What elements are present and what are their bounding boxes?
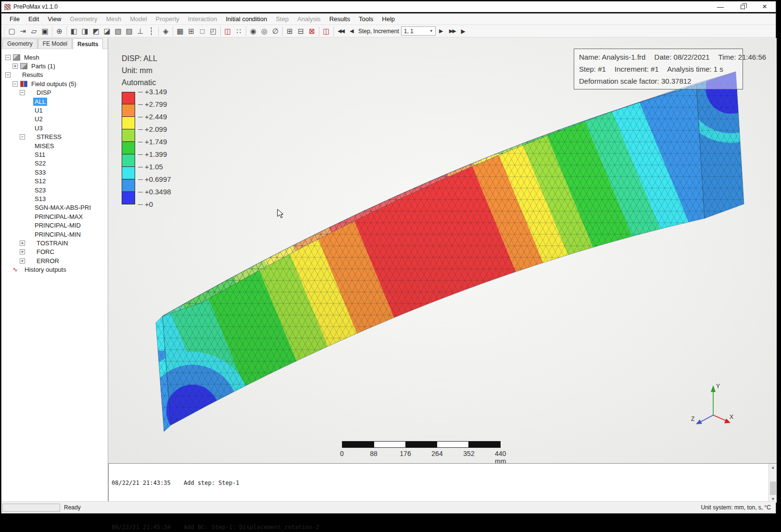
show-model-edges-icon[interactable]: □ <box>197 25 208 37</box>
show-items-icon[interactable]: ◉ <box>248 25 259 37</box>
legend-value: +2.099 <box>145 125 167 133</box>
view-right-icon[interactable]: ▨ <box>124 25 135 37</box>
view-isometric-icon[interactable]: ◈ <box>160 25 171 37</box>
save-icon[interactable]: ▣ <box>39 25 50 37</box>
menu-analysis: Analysis <box>293 14 325 24</box>
tree-item-s13[interactable]: S13 <box>1 194 108 203</box>
log-scrollbar[interactable]: ▲ ▼ <box>768 464 777 503</box>
expander-icon[interactable]: − <box>20 90 25 95</box>
hide-items-icon[interactable]: ∅ <box>270 25 281 37</box>
tree-item-sgn-max-abs-pri[interactable]: SGN-MAX-ABS-PRI <box>1 203 108 212</box>
show-element-edges-icon[interactable]: ⊞ <box>186 25 197 37</box>
show-wireframe-icon[interactable]: ▦ <box>175 25 186 37</box>
expander-icon[interactable]: + <box>20 258 25 264</box>
tree-item-u1[interactable]: U1 <box>1 106 108 114</box>
scale-bar <box>342 441 501 448</box>
open-file-icon[interactable]: ▱ <box>28 25 39 37</box>
view-bottom-icon[interactable]: ◪ <box>101 25 113 37</box>
tree-item-disp[interactable]: −DISP <box>1 89 108 97</box>
tree-item-forc[interactable]: +FORC <box>1 248 108 256</box>
close-button[interactable]: × <box>754 1 776 12</box>
expander-icon[interactable]: + <box>20 249 25 254</box>
info-step: Step: #1 <box>579 65 606 73</box>
tree-item-s33[interactable]: S33 <box>1 168 108 177</box>
menu-view[interactable]: View <box>43 14 65 24</box>
tree-item-error[interactable]: +ERROR <box>1 256 108 265</box>
expander-icon[interactable]: − <box>13 81 18 87</box>
rotation-axis-icon[interactable]: ┆ <box>146 25 157 37</box>
tree-item-s11[interactable]: S11 <box>1 150 108 159</box>
view-front-icon[interactable]: ◧ <box>68 25 79 37</box>
tree-item-results[interactable]: −Results <box>1 71 108 79</box>
tree-item-mises[interactable]: MISES <box>1 141 108 150</box>
new-file-icon[interactable]: ▢ <box>6 25 17 37</box>
query-entities-icon[interactable]: ∷ <box>233 25 244 37</box>
view-back-icon[interactable]: ◨ <box>79 25 90 37</box>
zoom-to-fit-icon[interactable]: ⊕ <box>54 25 65 37</box>
tree-item-field-outputs[interactable]: −Field outputs (5) <box>1 79 108 88</box>
legend-value: +0.3498 <box>145 188 171 196</box>
log-line: 08/22/21 21:43:35Add step: Step-1 <box>112 480 777 487</box>
tree-item-u2[interactable]: U2 <box>1 115 108 124</box>
deformed-shape-icon[interactable]: ⊟ <box>295 25 306 37</box>
expander-icon[interactable]: + <box>20 241 25 246</box>
expander-icon[interactable]: − <box>20 134 25 139</box>
legend-value: +0.6997 <box>145 175 171 183</box>
animate-results-icon[interactable]: ◫ <box>321 25 332 37</box>
tree-item-principal-max[interactable]: PRINCIPAL-MAX <box>1 212 108 221</box>
previous-increment-icon[interactable]: ◀ <box>346 25 357 37</box>
expander-icon[interactable]: − <box>5 72 11 77</box>
menu-results[interactable]: Results <box>325 14 354 24</box>
tree-item-stress[interactable]: −STRESS <box>1 133 108 141</box>
tree-item-principal-min[interactable]: PRINCIPAL-MIN <box>1 230 108 239</box>
menu-mesh: Mesh <box>101 14 126 24</box>
deformed-contours-icon[interactable]: ⊠ <box>306 25 317 37</box>
tree-item-mesh[interactable]: −Mesh <box>1 53 108 62</box>
tree-item-principal-mid[interactable]: PRINCIPAL-MID <box>1 221 108 229</box>
tab-results[interactable]: Results <box>73 38 103 49</box>
section-view-icon[interactable]: ◫ <box>222 25 233 37</box>
view-left-icon[interactable]: ▧ <box>113 25 124 37</box>
view-normal-to-icon[interactable]: ⊥ <box>135 25 146 37</box>
legend-value: +0 <box>145 200 153 208</box>
color-legend: +3.149 +2.799 +2.449 +2.099 +1.749 +1.39… <box>122 92 135 204</box>
play-animation-icon[interactable]: ▶ <box>458 25 469 37</box>
show-transparent-icon[interactable]: ◎ <box>259 25 270 37</box>
import-file-icon[interactable]: ⇥ <box>17 25 28 37</box>
tree-item-s12[interactable]: S12 <box>1 177 108 185</box>
scroll-up-icon[interactable]: ▲ <box>769 464 777 471</box>
first-increment-icon[interactable]: ◀◀ <box>335 25 346 37</box>
viewport-3d[interactable]: DISP: ALL Unit: mm Automatic +3.149 +2.7… <box>108 38 777 463</box>
tree-item-u3[interactable]: U3 <box>1 124 108 132</box>
tab-fe-model[interactable]: FE Model <box>38 38 72 49</box>
scrollbar-thumb[interactable] <box>770 481 776 495</box>
minimize-button[interactable]: — <box>709 1 731 12</box>
tree-item-tostrain[interactable]: +TOSTRAIN <box>1 239 108 247</box>
menu-tools[interactable]: Tools <box>354 14 378 24</box>
tree-item-all[interactable]: ALL <box>1 97 108 106</box>
expander-icon[interactable]: − <box>5 55 11 60</box>
next-increment-icon[interactable]: ▶ <box>436 25 447 37</box>
tree-item-history-outputs[interactable]: ∿History outputs <box>1 265 108 274</box>
last-increment-icon[interactable]: ▶▶ <box>447 25 458 37</box>
tree-item-s23[interactable]: S23 <box>1 186 108 194</box>
field-outputs-icon <box>20 81 27 87</box>
menu-help[interactable]: Help <box>378 14 399 24</box>
tree-item-parts[interactable]: +Parts (1) <box>1 62 108 70</box>
tree-item-s22[interactable]: S22 <box>1 159 108 168</box>
restore-icon <box>741 5 745 9</box>
menu-initial-condition[interactable]: Initial condition <box>221 14 271 24</box>
undeformed-shape-icon[interactable]: ⊞ <box>284 25 295 37</box>
view-top-icon[interactable]: ◩ <box>90 25 101 37</box>
menu-file[interactable]: File <box>5 14 24 24</box>
parts-icon <box>20 63 27 69</box>
step-increment-select[interactable]: 1, 1 ▼ <box>401 26 436 36</box>
expander-icon[interactable]: + <box>13 63 18 69</box>
scale-tick: 88 <box>370 450 378 457</box>
toolbar-grip <box>3 27 5 36</box>
show-solid-icon[interactable]: ◰ <box>208 25 219 37</box>
tab-geometry[interactable]: Geometry <box>2 38 38 49</box>
menu-edit[interactable]: Edit <box>24 14 43 24</box>
restore-button[interactable] <box>731 1 754 12</box>
legend-chip <box>122 179 135 192</box>
